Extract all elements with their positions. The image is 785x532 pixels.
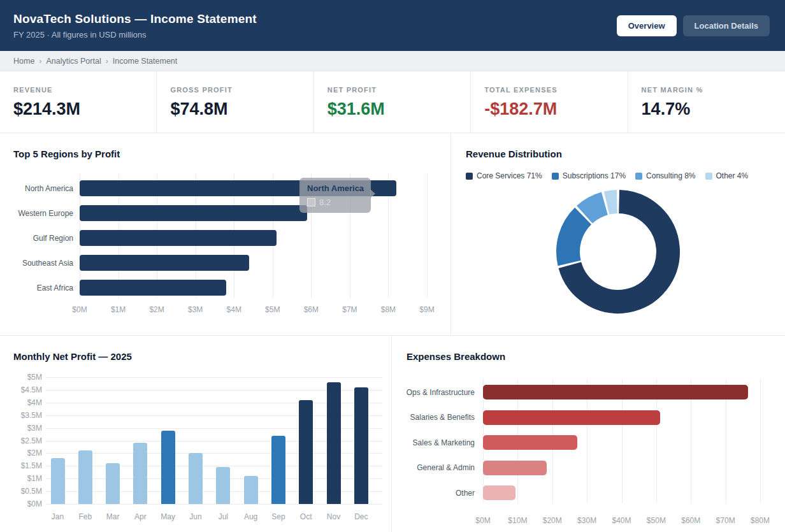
bar-sales-marketing[interactable] (483, 435, 577, 450)
bar-aug[interactable] (244, 476, 258, 504)
donut-chart (554, 188, 682, 315)
axis-tick-label: $4M (227, 305, 241, 314)
bar-general-admin[interactable] (483, 461, 547, 475)
legend-item-subscriptions[interactable]: Subscriptions 17% (552, 171, 626, 180)
axis-tick-label: $10M (508, 516, 527, 525)
legend-item-core-services[interactable]: Core Services 71% (466, 171, 542, 180)
axis-tick-label: $2.5M (0, 436, 42, 445)
axis-tick-label: $1M (0, 474, 42, 483)
bottom-charts-row: Monthly Net Profit — 2025 $0M$0.5M$1M$1.… (0, 336, 785, 532)
kpi-label: TOTAL EXPENSES (484, 86, 627, 94)
kpi-card-net-margin: NET MARGIN % 14.7% (628, 71, 785, 133)
header-button-group: Overview Location Details (617, 15, 770, 36)
category-label: East Africa (0, 284, 73, 292)
overview-button[interactable]: Overview (617, 15, 677, 36)
axis-tick-label: $4.5M (0, 385, 42, 394)
bar-dec[interactable] (354, 387, 368, 504)
page-subtitle: FY 2025 · All figures in USD millions (13, 30, 257, 40)
chart-title-monthly: Monthly Net Profit — 2025 (13, 351, 132, 362)
axis-tick-label: $2M (0, 449, 42, 457)
bar-jul[interactable] (216, 467, 230, 504)
page-title: NovaTech Solutions — Income Statement (13, 12, 257, 26)
axis-tick-label: $0M (0, 500, 42, 508)
bar-ops-infrastructure[interactable] (483, 385, 748, 399)
month-label: Aug (244, 512, 257, 521)
breadcrumb-analytics-portal[interactable]: Analytics Portal (47, 57, 101, 66)
axis-tick-label: $3M (188, 305, 203, 314)
month-label: May (161, 512, 175, 521)
breadcrumb: Home › Analytics Portal › Income Stateme… (0, 51, 785, 71)
bar-jan[interactable] (51, 458, 65, 504)
axis-tick-label: $9M (419, 305, 434, 314)
axis-tick-label: $3.5M (0, 411, 42, 420)
donut-legend: Core Services 71%Subscriptions 17%Consul… (466, 171, 748, 180)
kpi-label: NET MARGIN % (642, 86, 785, 94)
kpi-value: 14.7% (642, 99, 785, 119)
bar-oct[interactable] (299, 400, 313, 504)
legend-swatch (635, 173, 642, 180)
donut-segment-consulting[interactable] (584, 203, 604, 214)
month-label: Sep (271, 512, 285, 521)
location-details-button[interactable]: Location Details (683, 15, 770, 36)
gridline (427, 173, 428, 298)
month-label: Jul (219, 512, 228, 521)
axis-tick-label: $0.5M (0, 487, 42, 496)
donut-segment-core-services[interactable] (570, 202, 668, 302)
month-label: Feb (78, 512, 92, 521)
kpi-label: REVENUE (13, 86, 156, 94)
donut-segment-subscriptions[interactable] (568, 216, 583, 263)
breadcrumb-income-statement[interactable]: Income Statement (113, 57, 177, 66)
tooltip-caret (370, 189, 375, 198)
bar-apr[interactable] (133, 443, 147, 504)
breadcrumb-home[interactable]: Home (13, 57, 34, 66)
bar-western-europe[interactable] (80, 205, 307, 221)
axis-tick-label: $70M (716, 516, 735, 525)
category-label: Other (392, 489, 475, 498)
axis-tick-label: $0M (475, 516, 490, 525)
top-charts-row: Top 5 Regions by Profit $0M$1M$2M$3M$4M$… (0, 133, 785, 336)
chart-title-revenue: Revenue Distribution (466, 148, 562, 159)
bar-other[interactable] (483, 485, 515, 500)
legend-item-other[interactable]: Other 4% (705, 171, 749, 180)
bar-mar[interactable] (106, 463, 120, 504)
axis-tick-label: $5M (0, 373, 42, 382)
chart-tooltip: North America 8.2 (299, 178, 371, 213)
bar-southeast-asia[interactable] (80, 255, 249, 271)
month-label: Dec (354, 512, 368, 521)
bar-east-africa[interactable] (80, 280, 226, 296)
month-label: Oct (300, 512, 312, 521)
category-label: Ops & Infrastructure (392, 388, 475, 397)
month-label: Nov (327, 512, 340, 521)
kpi-label: GROSS PROFIT (170, 86, 313, 94)
legend-label: Consulting 8% (646, 171, 695, 180)
bar-feb[interactable] (78, 450, 92, 504)
axis-tick-label: $1.5M (0, 461, 42, 470)
month-label: Jun (189, 512, 201, 521)
kpi-value: $74.8M (170, 99, 313, 119)
axis-tick-label: $0M (72, 305, 87, 314)
bar-gulf-region[interactable] (80, 230, 277, 246)
bar-sep[interactable] (271, 436, 285, 504)
legend-item-consulting[interactable]: Consulting 8% (635, 171, 695, 180)
bar-salaries-benefits[interactable] (483, 410, 660, 425)
category-label: Western Europe (0, 209, 73, 218)
breadcrumb-separator: › (39, 57, 41, 66)
axis-tick-label: $3M (0, 424, 42, 433)
bar-nov[interactable] (327, 382, 341, 504)
bar-may[interactable] (161, 431, 175, 504)
kpi-value: $214.3M (13, 99, 156, 119)
kpi-card-net-profit: NET PROFIT $31.6M (314, 71, 471, 133)
donut-segment-other[interactable] (607, 202, 617, 203)
bar-jun[interactable] (189, 453, 203, 504)
axis-tick-label: $7M (342, 305, 357, 314)
tooltip-value-row: 8.2 (307, 198, 363, 207)
tooltip-title: North America (307, 183, 363, 193)
kpi-card-gross-profit: GROSS PROFIT $74.8M (157, 71, 313, 133)
axis-tick-label: $40M (612, 516, 631, 525)
revenue-chart-panel: Revenue Distribution Core Services 71%Su… (451, 133, 785, 335)
axis-tick-label: $8M (381, 305, 396, 314)
kpi-value: -$182.7M (484, 99, 627, 119)
axis-tick-label: $2M (149, 305, 164, 314)
gridline (46, 377, 382, 378)
axis-tick-label: $50M (647, 516, 666, 525)
